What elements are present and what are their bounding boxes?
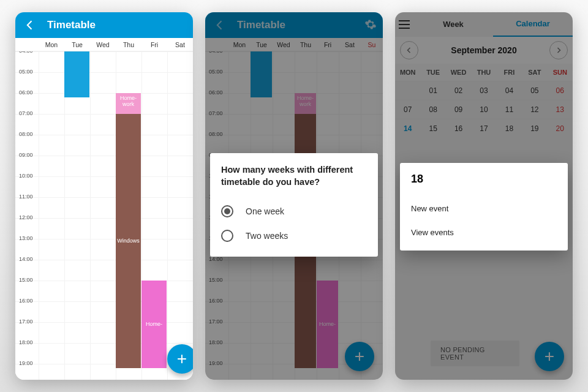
grid-column bbox=[167, 51, 168, 380]
hour-label: 16:00 bbox=[19, 298, 33, 304]
day-header-row: Mon Tue Wed Thu Fri Sat bbox=[15, 38, 193, 51]
day-sat: Sat bbox=[167, 38, 193, 51]
grid-column bbox=[64, 51, 65, 380]
hour-row: 08:00 bbox=[15, 135, 193, 156]
hour-row: 06:00 bbox=[15, 93, 193, 114]
screen-timetable-dialog: Timetable Mon Tue Wed Thu Fri Sat Su 04:… bbox=[205, 12, 383, 380]
radio-option-two-weeks[interactable]: Two weeks bbox=[221, 224, 367, 248]
hour-label: 09:00 bbox=[19, 152, 33, 158]
app-bar: Timetable bbox=[15, 12, 193, 38]
action-new-event[interactable]: New event bbox=[411, 197, 557, 221]
radio-label: One week bbox=[246, 206, 284, 216]
sheet-title: 18 bbox=[411, 173, 557, 186]
hour-label: 07:00 bbox=[19, 110, 33, 116]
hour-row: 12:00 bbox=[15, 218, 193, 239]
hour-row: 14:00 bbox=[15, 260, 193, 281]
plus-icon: + bbox=[177, 349, 187, 369]
timetable-event[interactable]: Home- work bbox=[116, 93, 141, 114]
hour-row: 13:00 bbox=[15, 239, 193, 260]
back-icon[interactable] bbox=[24, 19, 36, 31]
timetable-area[interactable]: Mon Tue Wed Thu Fri Sat 04:0005:0006:000… bbox=[15, 38, 193, 380]
day-action-sheet: 18 New event View events bbox=[400, 163, 568, 251]
hour-row: 10:00 bbox=[15, 176, 193, 197]
hour-label: 13:00 bbox=[19, 235, 33, 241]
grid-column bbox=[90, 51, 91, 380]
timetable-event[interactable] bbox=[64, 51, 89, 97]
hour-label: 19:00 bbox=[19, 360, 33, 366]
hour-label: 17:00 bbox=[19, 318, 33, 325]
hour-row: 07:00 bbox=[15, 114, 193, 135]
hour-label: 04:00 bbox=[19, 51, 33, 54]
timetable-event[interactable]: Windows bbox=[116, 114, 141, 368]
hour-label: 12:00 bbox=[19, 214, 33, 221]
radio-label: Two weeks bbox=[246, 231, 288, 241]
radio-icon bbox=[221, 205, 233, 217]
day-tue: Tue bbox=[64, 38, 90, 51]
hour-row: 09:00 bbox=[15, 156, 193, 176]
hour-label: 11:00 bbox=[19, 194, 33, 200]
grid-column bbox=[39, 51, 39, 380]
hour-label: 14:00 bbox=[19, 256, 33, 262]
day-fri: Fri bbox=[141, 38, 167, 51]
hour-label: 05:00 bbox=[19, 69, 33, 75]
hour-label: 10:00 bbox=[19, 173, 33, 179]
hour-label: 15:00 bbox=[19, 277, 33, 283]
weeks-dialog: How many weeks with different timetable … bbox=[210, 153, 378, 257]
radio-option-one-week[interactable]: One week bbox=[221, 199, 367, 224]
screen-timetable-main: Timetable Mon Tue Wed Thu Fri Sat 04:000… bbox=[15, 12, 193, 380]
hour-row: 05:00 bbox=[15, 72, 193, 93]
hour-row: 11:00 bbox=[15, 197, 193, 218]
day-mon: Mon bbox=[39, 38, 64, 51]
dialog-title: How many weeks with different timetable … bbox=[221, 164, 367, 188]
hour-label: 18:00 bbox=[19, 339, 33, 345]
add-event-fab[interactable]: + bbox=[167, 344, 193, 374]
hour-label: 08:00 bbox=[19, 131, 33, 137]
day-thu: Thu bbox=[116, 38, 141, 51]
hour-label: 06:00 bbox=[19, 89, 33, 96]
action-view-events[interactable]: View events bbox=[411, 221, 557, 244]
screen-calendar: Week Calendar September 2020 MON TUE WED… bbox=[395, 12, 573, 380]
timetable-event[interactable]: Home- bbox=[141, 281, 167, 368]
timetable-grid[interactable]: 04:0005:0006:0007:0008:0009:0010:0011:00… bbox=[15, 51, 193, 380]
day-wed: Wed bbox=[90, 38, 116, 51]
screen-title: Timetable bbox=[47, 19, 96, 31]
hour-row: 04:00 bbox=[15, 51, 193, 72]
radio-icon bbox=[221, 230, 233, 242]
